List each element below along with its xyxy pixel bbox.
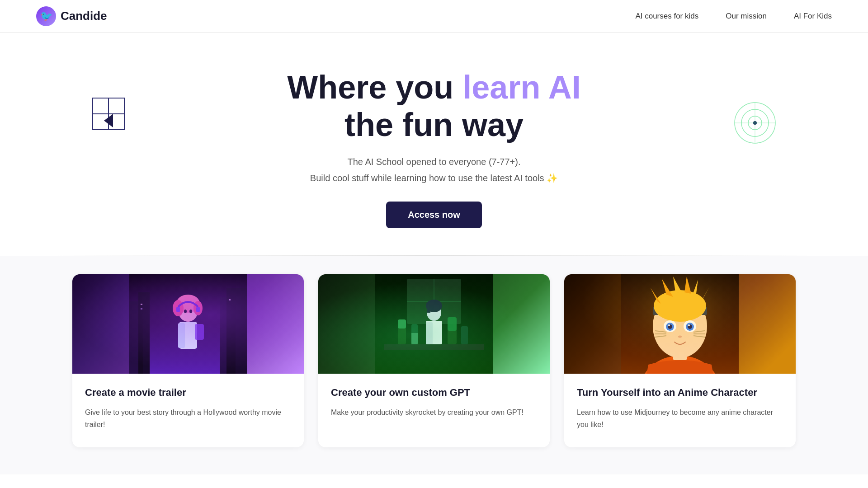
card-desc-1: Give life to your best story through a H… (85, 406, 291, 431)
decoration-left (90, 96, 131, 138)
svg-rect-50 (673, 347, 687, 360)
svg-point-66 (668, 324, 672, 329)
card-anime: Turn Yourself into an Anime Character Le… (564, 274, 796, 447)
site-header: 🐦 Candide AI courses for kids Our missio… (0, 0, 868, 33)
hero-title-part2: the fun way (344, 107, 524, 143)
card-title-3: Turn Yourself into an Anime Character (577, 386, 783, 399)
svg-point-65 (686, 323, 694, 331)
svg-rect-52 (653, 307, 707, 315)
svg-rect-30 (375, 274, 493, 374)
access-now-button[interactable]: Access now (386, 202, 482, 228)
svg-marker-57 (673, 277, 682, 293)
svg-rect-13 (138, 292, 150, 374)
svg-rect-31 (407, 279, 461, 324)
svg-rect-28 (176, 307, 180, 312)
card-movie-trailer: Create a movie trailer Give life to your… (72, 274, 304, 447)
card-desc-2: Make your productivity skyrocket by crea… (331, 406, 537, 418)
svg-rect-38 (411, 333, 418, 344)
svg-line-73 (693, 331, 705, 332)
svg-rect-39 (448, 317, 457, 344)
hero-title-part1: Where you (287, 69, 462, 105)
svg-point-43 (426, 300, 442, 312)
hero-subtitle2: Build cool stuff while learning how to u… (310, 173, 558, 183)
logo-text: Candide (61, 9, 107, 23)
svg-marker-58 (684, 277, 691, 294)
svg-point-55 (654, 290, 706, 322)
svg-point-53 (677, 308, 683, 314)
svg-rect-26 (178, 323, 185, 348)
svg-rect-35 (398, 319, 406, 344)
svg-rect-44 (427, 306, 430, 313)
cards-grid: Create a movie trailer Give life to your… (72, 274, 796, 447)
card-content-1: Create a movie trailer Give life to your… (72, 374, 304, 447)
svg-rect-47 (621, 274, 739, 374)
svg-rect-11 (129, 274, 247, 374)
svg-point-54 (679, 310, 681, 312)
svg-line-72 (655, 336, 666, 337)
svg-marker-60 (651, 288, 661, 304)
svg-rect-18 (229, 299, 231, 300)
svg-point-64 (666, 323, 674, 331)
svg-point-51 (653, 295, 707, 358)
svg-rect-17 (141, 308, 142, 310)
svg-point-68 (668, 324, 670, 326)
svg-line-75 (693, 336, 705, 337)
svg-point-69 (688, 324, 690, 326)
svg-point-76 (678, 335, 682, 338)
cards-section: Create a movie trailer Give life to your… (0, 256, 868, 474)
svg-rect-46 (426, 322, 433, 344)
svg-point-49 (639, 356, 721, 374)
svg-point-21 (173, 300, 184, 316)
svg-line-70 (655, 331, 666, 332)
svg-rect-15 (226, 288, 247, 374)
svg-point-67 (688, 324, 692, 329)
svg-point-22 (193, 301, 203, 315)
card-image-3 (564, 274, 796, 374)
svg-marker-56 (662, 279, 673, 297)
logo-icon: 🐦 (36, 6, 56, 26)
hero-title: Where you learn AI the fun way (287, 69, 580, 144)
svg-point-24 (189, 310, 192, 313)
svg-marker-61 (700, 287, 709, 304)
hero-title-highlight: learn AI (462, 69, 580, 105)
card-title-1: Create a movie trailer (85, 386, 291, 399)
svg-rect-34 (384, 344, 484, 350)
card-title-2: Create your own custom GPT (331, 386, 537, 399)
svg-rect-27 (195, 324, 204, 340)
card-content-3: Turn Yourself into an Anime Character Le… (564, 374, 796, 447)
card-content-2: Create your own custom GPT Make your pro… (318, 374, 550, 447)
svg-point-63 (684, 320, 696, 332)
scifi-girl-image (72, 274, 304, 374)
card-desc-3: Learn how to use Midjourney to become an… (577, 406, 783, 431)
svg-rect-45 (426, 321, 442, 344)
nav-ai-courses[interactable]: AI courses for kids (635, 12, 698, 21)
svg-point-42 (427, 305, 441, 321)
svg-rect-12 (129, 301, 143, 374)
card-image-1 (72, 274, 304, 374)
svg-rect-41 (461, 326, 468, 344)
svg-point-19 (178, 299, 198, 322)
svg-rect-25 (179, 322, 197, 349)
lab-scene-image (318, 274, 550, 374)
svg-marker-59 (693, 280, 698, 297)
card-image-2 (318, 274, 550, 374)
svg-point-23 (184, 310, 187, 313)
svg-rect-0 (93, 98, 108, 114)
logo[interactable]: 🐦 Candide (36, 6, 107, 26)
main-nav: AI courses for kids Our mission AI For K… (635, 12, 832, 21)
svg-rect-14 (220, 297, 236, 374)
svg-rect-40 (448, 317, 457, 331)
hero-subtitle1: The AI School opened to everyone (7-77+)… (347, 155, 520, 169)
decoration-right (732, 100, 778, 147)
svg-rect-36 (398, 319, 406, 328)
nav-our-mission[interactable]: Our mission (726, 12, 767, 21)
svg-rect-29 (196, 307, 200, 312)
nav-ai-for-kids[interactable]: AI For Kids (794, 12, 832, 21)
hero-section: Where you learn AI the fun way The AI Sc… (0, 33, 868, 255)
svg-rect-48 (621, 274, 739, 374)
svg-point-62 (664, 320, 676, 332)
svg-rect-16 (141, 304, 142, 305)
anime-face-image (564, 274, 796, 374)
svg-rect-37 (411, 324, 418, 344)
svg-point-20 (176, 295, 200, 313)
